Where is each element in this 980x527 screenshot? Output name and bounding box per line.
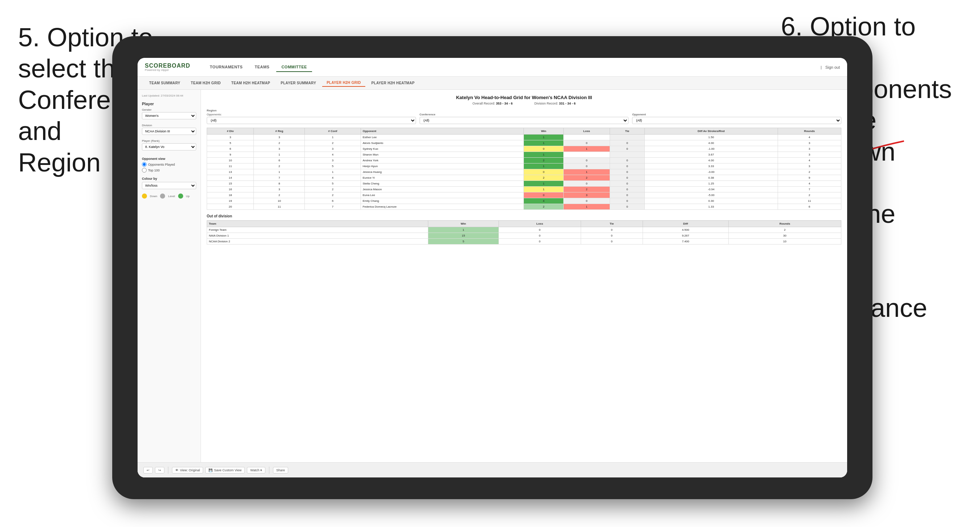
cell-name: Jessica Huang [361,169,524,175]
app-logo: SCOREBOARD Powered by clippd [145,63,191,71]
ood-cell-tie: 0 [581,227,643,233]
col-loss: Loss [564,128,610,135]
tab-player-h2h-grid[interactable]: PLAYER H2H GRID [322,79,365,87]
opponent-played-option[interactable]: Opponents Played [142,162,196,167]
overall-record: Overall Record: 353 - 34 - 6 [473,102,512,105]
cell-reg: 2 [254,140,305,146]
player-rank-select[interactable]: 8. Katelyn Vo [142,143,196,151]
colour-by-select[interactable]: Win/loss [142,182,196,189]
nav-teams[interactable]: TEAMS [250,63,274,72]
table-row: 19 10 6 Emily Chang 4 0 0 0.30 11 [207,198,842,204]
cell-rounds: 6 [778,204,841,210]
cell-diff: 0.30 [645,198,778,204]
ood-cell-name: NAIA Division 1 [207,233,428,239]
cell-div: 19 [207,198,254,204]
ood-col-rounds: Rounds [729,221,841,227]
cell-diff: -1.00 [645,146,778,152]
cell-tie: 0 [610,146,644,152]
cell-div: 18 [207,192,254,198]
cell-loss: 0 [564,181,610,187]
colour-down [142,194,147,198]
cell-div: 14 [207,175,254,181]
cell-tie: 0 [610,187,644,192]
view-original-btn[interactable]: 👁 View: Original [172,467,203,473]
watch-btn[interactable]: Watch ▾ [247,467,266,473]
cell-div: 13 [207,169,254,175]
ood-cell-tie: 0 [581,233,643,239]
cell-name: Esther Lee [361,135,524,140]
table-row: 10 6 3 Andrea York 2 0 0 4.00 4 [207,158,842,163]
player-section-title: Player [142,102,196,106]
col-conf: # Conf [305,128,361,135]
cell-loss: 2 [564,175,610,181]
nav-tournaments[interactable]: TOURNAMENTS [205,63,248,72]
redo-btn[interactable]: ↪ [155,467,164,473]
col-tie: Tie [610,128,644,135]
cell-reg: 1 [254,152,305,158]
tab-team-summary[interactable]: TEAM SUMMARY [145,79,185,86]
col-rounds: Rounds [778,128,841,135]
separator-icon: | [821,65,822,70]
ood-cell-name: NCAA Division 2 [207,239,428,244]
ood-table-row: Foreign Team 1 0 0 4.500 2 [207,227,842,233]
region-select[interactable]: (All) [207,117,416,124]
bottom-toolbar: ↩ ↪ 👁 View: Original 💾 Save Custom View … [138,462,847,478]
col-win: Win [524,128,564,135]
tab-player-h2h-heatmap[interactable]: PLAYER H2H HEATMAP [367,79,419,86]
top100-option[interactable]: Top 100 [142,168,196,173]
cell-rounds: 9 [778,175,841,181]
filter-row: Region Opponents: (All) Conference (All) [207,109,842,124]
ood-cell-name: Foreign Team [207,227,428,233]
cell-loss: 0 [564,140,610,146]
cell-div: 3 [207,135,254,140]
header-right: | Sign out [821,65,840,70]
cell-tie: 0 [610,163,644,169]
tab-team-h2h-heatmap[interactable]: TEAM H2H HEATMAP [227,79,274,86]
table-row: 15 8 5 Stella Cheng 1 0 0 1.25 4 [207,181,842,187]
out-of-division-table: Team Win Loss Tie Diff Rounds Foreign Te… [207,220,842,244]
gender-select[interactable]: Women's [142,112,196,119]
cell-diff: 3.67 [645,152,778,158]
colour-by-label: Colour by [142,177,196,181]
division-select[interactable]: NCAA Division III [142,128,196,135]
cell-tie: 0 [610,169,644,175]
cell-reg: 3 [254,146,305,152]
cell-rounds: 3 [778,140,841,146]
cell-loss [564,135,610,140]
cell-tie [610,135,644,140]
cell-name: Stella Cheng [361,181,524,187]
gender-label: Gender [142,108,196,111]
cell-diff: -3.00 [645,169,778,175]
table-row: 5 2 2 Alexis Sudjianto 1 0 0 4.00 3 [207,140,842,146]
cell-loss: 3 [564,192,610,198]
cell-win: 1 [524,181,564,187]
cell-win: 0 [524,192,564,198]
cell-reg: 10 [254,198,305,204]
opponent-select[interactable]: (All) [632,117,842,124]
cell-diff: 1.50 [645,135,778,140]
conference-select[interactable]: (All) [420,117,629,124]
cell-div: 20 [207,204,254,210]
cell-win: 1 [524,152,564,158]
tab-player-summary[interactable]: PLAYER SUMMARY [276,79,320,86]
region-filter: Region Opponents: (All) [207,109,416,124]
ood-col-win: Win [428,221,498,227]
save-icon: 💾 [208,468,213,472]
opponent-filter: Opponent (All) [632,113,842,124]
ood-cell-rounds: 2 [729,227,841,233]
ood-cell-loss: 0 [499,239,581,244]
cell-name: Eunice Yi [361,175,524,181]
cell-tie [610,152,644,158]
sign-out-link[interactable]: Sign out [826,65,840,70]
cell-reg: 2 [254,192,305,198]
cell-diff: -0.94 [645,187,778,192]
save-custom-view-btn[interactable]: 💾 Save Custom View [205,467,245,473]
cell-tie: 0 [610,175,644,181]
cell-win: 0 [524,146,564,152]
undo-btn[interactable]: ↩ [143,467,153,473]
tab-team-h2h-grid[interactable]: TEAM H2H GRID [186,79,225,86]
cell-loss: 2 [564,187,610,192]
nav-committee[interactable]: COMMITTEE [276,63,312,72]
ood-col-tie: Tie [581,221,643,227]
share-btn[interactable]: Share [273,467,288,473]
